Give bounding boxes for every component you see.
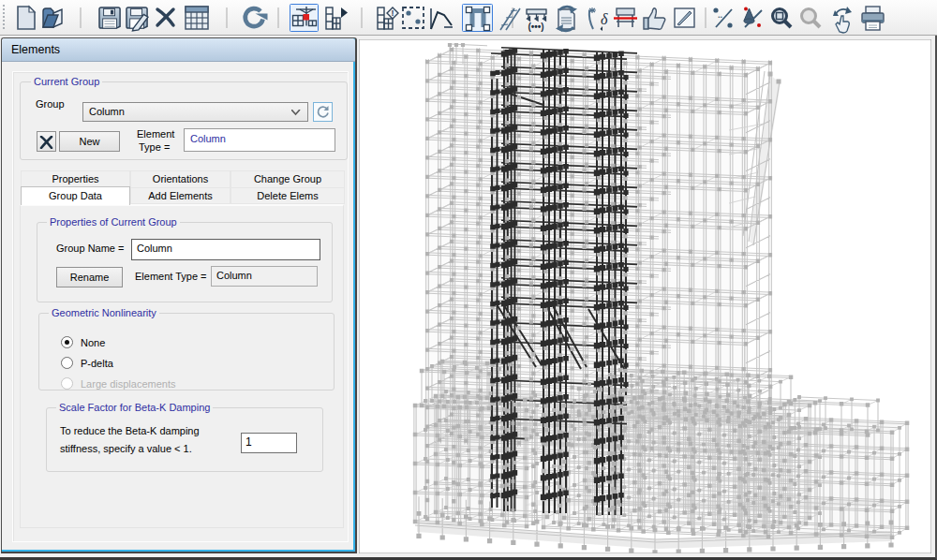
svg-text:!: !: [392, 8, 394, 18]
svg-text:(•••): (•••): [528, 22, 543, 32]
svg-text:..: ..: [718, 10, 722, 20]
svg-text:δ: δ: [601, 11, 608, 27]
